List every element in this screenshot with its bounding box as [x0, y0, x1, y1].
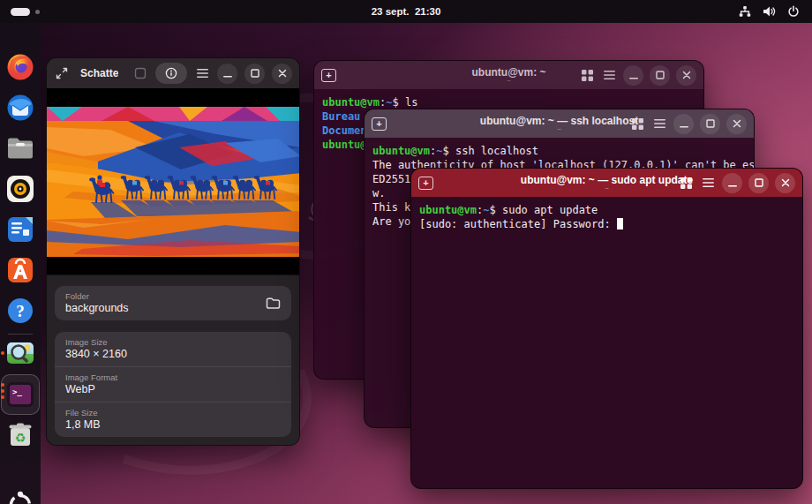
- minimize-button[interactable]: [217, 64, 237, 84]
- dock-item-firefox[interactable]: [4, 51, 36, 83]
- fullscreen-icon[interactable]: [54, 65, 70, 81]
- workspace-dot: [35, 10, 40, 14]
- image-size-label: Image Size: [65, 337, 281, 347]
- image-format-label: Image Format: [65, 372, 281, 382]
- folder-card: Folder backgrounds: [55, 286, 291, 320]
- file-size-label: File Size: [65, 408, 281, 417]
- tab-grid-icon[interactable]: [629, 116, 645, 132]
- text-cursor: [617, 218, 623, 229]
- viewer-titlebar[interactable]: Schattenzu…: [47, 58, 299, 88]
- dock-item-terminal[interactable]: >_: [4, 379, 36, 410]
- menu-icon[interactable]: [601, 67, 617, 83]
- top-bar: 23 sept. 21:30: [0, 0, 812, 23]
- dock-divider: [8, 334, 33, 335]
- terminal-line: ubuntu@vm:~$ ssh localhost: [372, 144, 746, 158]
- dock-item-thunderbird[interactable]: [4, 92, 36, 124]
- image-size-value: 3840 × 2160: [65, 348, 281, 360]
- workspace-indicator[interactable]: [11, 8, 40, 16]
- new-tab-icon[interactable]: +: [321, 69, 336, 82]
- image-viewer-window: Schattenzu…: [46, 57, 300, 446]
- terminal-window-3: + ubuntu@vm: ~ — sudo apt update ~ ubunt…: [410, 168, 803, 489]
- details-card: Image Size 3840 × 2160 Image Format WebP…: [55, 332, 291, 437]
- inactive-tool-icon: [132, 65, 148, 81]
- image-canvas[interactable]: [47, 88, 299, 275]
- libreoffice-icon: [4, 214, 36, 245]
- network-icon: [739, 5, 751, 18]
- close-button[interactable]: [272, 64, 292, 84]
- terminal-3-titlebar[interactable]: + ubuntu@vm: ~ — sudo apt update ~: [411, 169, 802, 197]
- close-button[interactable]: [775, 173, 795, 193]
- thunderbird-icon: [4, 92, 36, 124]
- properties-panel: Folder backgrounds Image Size 3840 × 216…: [47, 275, 299, 446]
- folder-label: Folder: [65, 291, 281, 301]
- dock-item-files[interactable]: [4, 132, 36, 164]
- terminal-content[interactable]: ubuntu@vm:~$ sudo apt update[sudo: authe…: [411, 197, 802, 237]
- tab-grid-icon[interactable]: [678, 175, 694, 191]
- dock-item-rhythmbox[interactable]: [4, 173, 36, 205]
- terminal-line: ubuntu@vm:~$ ls: [322, 95, 695, 109]
- terminal-line: [sudo: authenticate] Password:: [419, 217, 794, 231]
- folder-icon: [266, 297, 281, 310]
- workspace-pill-active: [11, 8, 30, 16]
- dock-item-app-center[interactable]: [4, 254, 36, 286]
- info-icon: [165, 67, 177, 79]
- desktop: 23 sept. 21:30: [0, 0, 812, 504]
- system-tray[interactable]: [739, 5, 800, 18]
- new-tab-icon[interactable]: +: [418, 177, 433, 190]
- menu-icon[interactable]: [651, 116, 667, 132]
- window-title: ubuntu@vm: ~ — ssh localhost: [480, 116, 638, 126]
- minimize-button[interactable]: [623, 65, 643, 86]
- terminal-2-titlebar[interactable]: + ubuntu@vm: ~ — ssh localhost ~: [365, 109, 754, 138]
- menu-icon[interactable]: [700, 175, 716, 191]
- image-format-value: WebP: [65, 383, 281, 395]
- dock-item-help[interactable]: ?: [4, 295, 36, 327]
- dock: ? >_: [0, 23, 41, 504]
- photo-content: [47, 107, 300, 257]
- dock-item-show-apps[interactable]: [4, 489, 36, 504]
- image-viewer-icon: [4, 337, 36, 369]
- window-title: Schattenzu…: [80, 67, 118, 79]
- svg-text:>_: >_: [12, 387, 22, 396]
- minimize-button[interactable]: [673, 114, 694, 134]
- files-icon: [4, 132, 36, 164]
- trash-icon: ♻: [4, 419, 36, 451]
- dock-item-trash[interactable]: ♻: [4, 419, 36, 451]
- tab-grid-icon[interactable]: [579, 67, 595, 83]
- close-button[interactable]: [726, 114, 747, 134]
- window-title: ubuntu@vm: ~: [471, 67, 545, 78]
- menu-icon[interactable]: [194, 65, 210, 81]
- volume-icon: [763, 5, 776, 18]
- svg-text:♻: ♻: [15, 431, 26, 445]
- new-tab-icon[interactable]: +: [372, 117, 387, 131]
- terminal-line: ubuntu@vm:~$ sudo apt update: [419, 203, 794, 217]
- help-icon: ?: [4, 295, 36, 327]
- window-title: ubuntu@vm: ~ — sudo apt update: [521, 175, 693, 185]
- ubuntu-logo-icon: [4, 489, 36, 504]
- app-center-icon: [4, 254, 36, 286]
- power-icon: [787, 5, 800, 18]
- dock-item-libreoffice[interactable]: [4, 214, 36, 245]
- firefox-icon: [4, 51, 36, 83]
- maximize-button[interactable]: [244, 64, 265, 84]
- terminal-1-titlebar[interactable]: + ubuntu@vm: ~ ~: [314, 61, 703, 89]
- open-folder-button[interactable]: [266, 297, 281, 313]
- folder-value: backgrounds: [65, 302, 281, 314]
- dock-item-image-viewer[interactable]: [4, 337, 36, 369]
- minimize-button[interactable]: [722, 173, 742, 193]
- maximize-button[interactable]: [748, 173, 769, 193]
- maximize-button[interactable]: [650, 65, 670, 86]
- info-button[interactable]: [155, 63, 187, 84]
- close-button[interactable]: [676, 65, 696, 86]
- svg-text:?: ?: [16, 302, 25, 320]
- rhythmbox-icon: [4, 173, 36, 205]
- file-size-value: 1,8 MB: [65, 418, 281, 431]
- clock[interactable]: 23 sept. 21:30: [0, 6, 812, 17]
- maximize-button[interactable]: [700, 114, 720, 134]
- terminal-icon: >_: [4, 379, 36, 410]
